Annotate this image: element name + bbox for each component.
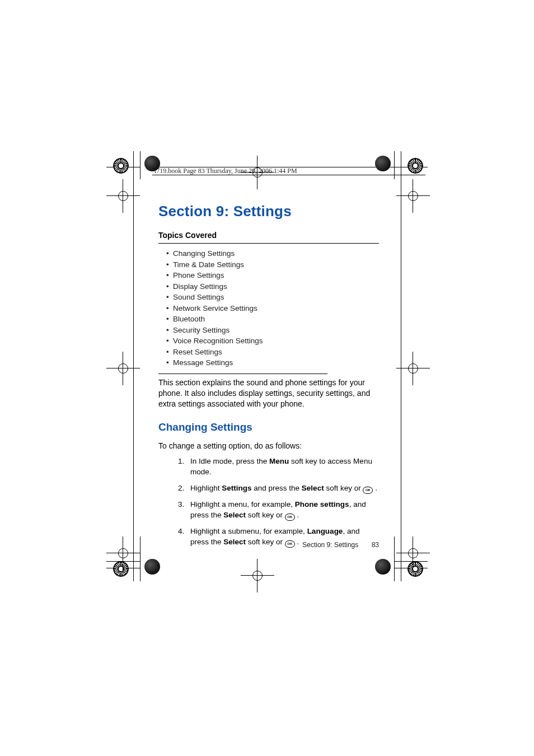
running-head-text: t719.book Page 83 Thursday, June 29, 200… <box>154 167 297 175</box>
step-3: Highlight a menu, for example, Phone set… <box>178 500 378 521</box>
intro-paragraph: This section explains the sound and phon… <box>158 377 379 409</box>
change-intro: To change a setting option, do as follow… <box>158 441 302 450</box>
crosshair-icon <box>106 352 140 385</box>
page-footer: Section 9: Settings 83 <box>158 541 379 549</box>
list-item: Voice Recognition Settings <box>166 337 379 345</box>
registration-mark-icon <box>144 559 160 575</box>
crosshair-icon <box>396 179 430 213</box>
section-title: Section 9: Settings <box>158 203 292 220</box>
crosshair-icon <box>396 536 430 570</box>
registration-mark-icon <box>111 156 129 174</box>
registration-mark-icon <box>375 559 391 575</box>
ok-icon: OK <box>285 514 295 521</box>
registration-mark-icon <box>144 156 160 171</box>
step-2: Highlight Settings and press the Select … <box>178 483 378 494</box>
registration-mark-icon <box>405 156 423 174</box>
registration-mark-icon <box>375 156 391 171</box>
list-item: Changing Settings <box>166 249 379 258</box>
list-item: Message Settings <box>166 358 379 367</box>
crosshair-icon <box>106 536 140 570</box>
divider <box>158 243 379 244</box>
divider <box>158 374 327 374</box>
page-number: 83 <box>372 541 379 549</box>
step-1: In Idle mode, press the Menu soft key to… <box>178 456 378 478</box>
list-item: Network Service Settings <box>166 304 379 312</box>
list-item: Reset Settings <box>166 348 379 356</box>
list-item: Security Settings <box>166 326 379 334</box>
footer-section-label: Section 9: Settings <box>302 541 358 549</box>
crosshair-icon <box>106 179 140 213</box>
list-item: Time & Date Settings <box>166 260 379 269</box>
list-item: Bluetooth <box>166 315 379 323</box>
crosshair-icon <box>241 156 274 189</box>
list-item: Sound Settings <box>166 293 379 301</box>
list-item: Phone Settings <box>166 271 379 279</box>
steps-list: In Idle mode, press the Menu soft key to… <box>178 456 378 553</box>
topics-heading: Topics Covered <box>158 231 379 240</box>
ok-icon: OK <box>363 487 373 494</box>
subheading-changing-settings: Changing Settings <box>158 421 252 433</box>
topics-block: Topics Covered Changing Settings Time & … <box>158 231 379 374</box>
topics-list: Changing Settings Time & Date Settings P… <box>158 249 379 367</box>
list-item: Display Settings <box>166 282 379 291</box>
crosshair-icon <box>396 352 430 385</box>
crosshair-icon <box>241 559 274 592</box>
